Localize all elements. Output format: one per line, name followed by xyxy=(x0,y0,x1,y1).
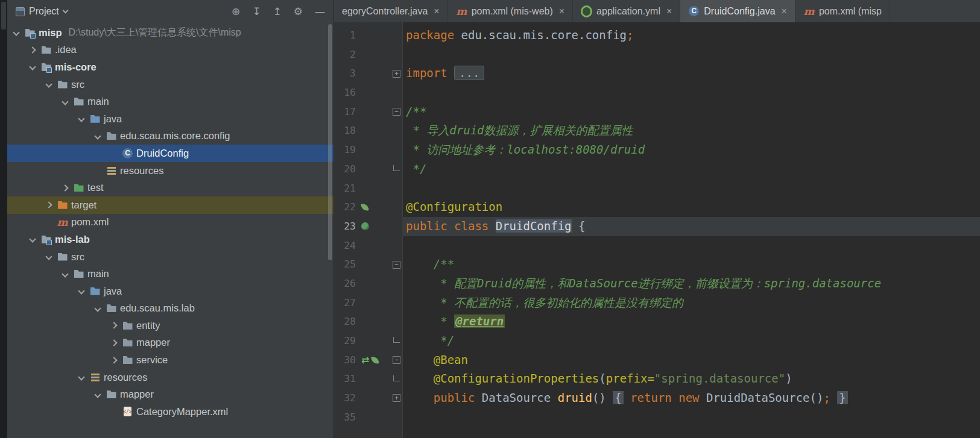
tree-item-idea[interactable]: .idea xyxy=(7,42,334,59)
project-tool-button[interactable] xyxy=(1,2,6,30)
collapse-all-icon[interactable]: ↥ xyxy=(273,7,282,17)
fold-end-icon[interactable] xyxy=(393,337,400,343)
code-text[interactable]: public DataSource druid() { return new D… xyxy=(402,389,980,408)
tree-item-mapper[interactable]: mapper xyxy=(7,386,334,403)
fold-end-icon[interactable] xyxy=(393,165,400,171)
code-line-31[interactable]: 31 @ConfigurationProperties(prefix="spri… xyxy=(334,369,980,389)
code-line-30[interactable]: 30⇄− @Bean xyxy=(334,351,980,370)
tree-item-java[interactable]: java xyxy=(7,110,334,128)
close-tab-icon[interactable]: × xyxy=(559,6,564,17)
code-text[interactable]: @Configuration xyxy=(402,198,980,217)
code-line-20[interactable]: 20 */ xyxy=(334,160,980,179)
tab-pom-xml-misp[interactable]: pom.xml (misp xyxy=(795,0,890,22)
code-line-16[interactable]: 16 xyxy=(334,83,980,102)
code-text[interactable]: */ xyxy=(402,331,980,351)
chevron-collapsed-icon[interactable] xyxy=(60,186,70,190)
tree-item-target[interactable]: target xyxy=(7,196,334,214)
code-line-22[interactable]: 22@Configuration xyxy=(334,198,980,217)
chevron-expanded-icon[interactable] xyxy=(76,375,86,380)
chevron-expanded-icon[interactable] xyxy=(92,306,103,311)
code-text[interactable]: @Bean xyxy=(402,351,980,370)
tree-item-service[interactable]: service xyxy=(7,351,334,369)
code-line-29[interactable]: 29 */ xyxy=(334,331,980,351)
code-line-1[interactable]: 1package edu.scau.mis.core.config; xyxy=(334,26,980,45)
code-text[interactable]: * @return xyxy=(402,312,980,331)
tree-item-edu-scau-mis-lab[interactable]: edu.scau.mis.lab xyxy=(7,300,334,318)
tree-item-src[interactable]: src xyxy=(7,76,334,93)
tree-item-pom-xml[interactable]: pom.xml xyxy=(7,214,334,231)
code-text[interactable] xyxy=(402,408,980,427)
chevron-collapsed-icon[interactable] xyxy=(109,358,119,363)
tree-item-mis-lab[interactable]: mis-lab xyxy=(7,231,334,248)
code-line-3[interactable]: 3+import ... xyxy=(334,64,980,83)
code-text[interactable] xyxy=(402,45,980,64)
code-line-26[interactable]: 26 * 配置Druid的属性，和DataSource进行绑定，前缀设置为：sp… xyxy=(334,274,980,293)
project-tree-scrollbar[interactable] xyxy=(328,24,332,260)
hide-panel-icon[interactable]: — xyxy=(315,7,325,17)
tree-item-mis-core[interactable]: mis-core xyxy=(7,58,334,76)
spring-bean-icon[interactable] xyxy=(361,222,369,230)
code-text[interactable]: package edu.scau.mis.core.config; xyxy=(402,26,980,45)
fold-collapse-icon[interactable]: − xyxy=(393,261,400,269)
locate-file-icon[interactable]: ⊕ xyxy=(232,7,240,17)
tree-item-java[interactable]: java xyxy=(7,283,334,300)
tree-item-druidconfig[interactable]: DruidConfig xyxy=(7,145,334,162)
code-line-19[interactable]: 19 * 访问地址参考：localhost:8080/druid xyxy=(334,140,980,160)
close-tab-icon[interactable]: × xyxy=(782,6,787,17)
close-tab-icon[interactable]: × xyxy=(666,6,672,17)
tree-item-test[interactable]: test xyxy=(7,179,334,196)
code-line-25[interactable]: 25− /** xyxy=(334,255,980,274)
code-text[interactable]: @ConfigurationProperties(prefix="spring.… xyxy=(402,369,980,389)
code-line-21[interactable]: 21 xyxy=(334,179,980,198)
code-text[interactable] xyxy=(402,236,980,255)
chevron-expanded-icon[interactable] xyxy=(27,237,37,242)
tree-item-mapper[interactable]: mapper xyxy=(7,334,334,352)
close-tab-icon[interactable]: × xyxy=(434,6,439,17)
chevron-collapsed-icon[interactable] xyxy=(27,48,37,52)
code-text[interactable]: * 不配置的话，很多初始化的属性是没有绑定的 xyxy=(402,293,980,313)
fold-collapse-icon[interactable]: − xyxy=(393,356,400,364)
code-text[interactable] xyxy=(402,179,980,198)
chevron-expanded-icon[interactable] xyxy=(92,134,103,139)
chevron-expanded-icon[interactable] xyxy=(92,392,103,397)
chevron-expanded-icon[interactable] xyxy=(11,30,21,35)
spring-leaf-icon[interactable] xyxy=(361,203,369,211)
code-line-28[interactable]: 28 * @return xyxy=(334,312,980,331)
tree-item-src[interactable]: src xyxy=(7,248,334,266)
chevron-expanded-icon[interactable] xyxy=(60,272,70,277)
fold-end-icon[interactable] xyxy=(393,375,400,381)
code-text[interactable]: */ xyxy=(402,160,980,179)
code-line-23[interactable]: 23public class DruidConfig { xyxy=(334,217,980,236)
code-text[interactable]: public class DruidConfig { xyxy=(402,217,980,236)
tree-item-edu-scau-mis-core-config[interactable]: edu.scau.mis.core.config xyxy=(7,128,334,145)
chevron-expanded-icon[interactable] xyxy=(76,289,86,293)
code-text[interactable]: * 配置Druid的属性，和DataSource进行绑定，前缀设置为：sprin… xyxy=(402,274,980,293)
chevron-expanded-icon[interactable] xyxy=(60,99,70,104)
scroll-to-source-icon[interactable]: ↧ xyxy=(252,7,261,17)
code-line-24[interactable]: 24 xyxy=(334,236,980,255)
tab-application-yml[interactable]: application.yml× xyxy=(573,0,680,22)
settings-gear-icon[interactable]: ⚙ xyxy=(294,7,303,17)
tree-item-resources[interactable]: resources xyxy=(7,369,334,386)
code-text[interactable]: /** xyxy=(402,102,980,122)
tree-item-main[interactable]: main xyxy=(7,93,334,110)
tab-pom-xml-mis-web[interactable]: pom.xml (mis-web)× xyxy=(448,0,573,22)
tab-egorycontroller-java[interactable]: egoryController.java× xyxy=(334,0,448,22)
project-view-selector[interactable]: Project xyxy=(16,6,68,17)
chevron-expanded-icon[interactable] xyxy=(27,64,37,69)
chevron-expanded-icon[interactable] xyxy=(43,254,54,259)
tree-item-categorymapper-xml[interactable]: CategoryMapper.xml xyxy=(7,403,334,421)
code-text[interactable]: * 访问地址参考：localhost:8080/druid xyxy=(402,140,980,160)
code-text[interactable]: /** xyxy=(402,255,980,274)
chevron-collapsed-icon[interactable] xyxy=(43,202,54,207)
tree-item-entity[interactable]: entity xyxy=(7,317,334,334)
tab-druidconfig-java[interactable]: DruidConfig.java× xyxy=(680,0,795,22)
code-text[interactable]: * 导入druid数据源，扩展相关的配置属性 xyxy=(402,121,980,140)
code-line-32[interactable]: 32+ public DataSource druid() { return n… xyxy=(334,389,980,408)
chevron-collapsed-icon[interactable] xyxy=(109,340,119,345)
code-line-17[interactable]: 17−/** xyxy=(334,102,980,122)
navigate-bean-icon[interactable]: ⇄ xyxy=(361,355,369,365)
chevron-expanded-icon[interactable] xyxy=(76,116,86,121)
spring-leaf-icon[interactable] xyxy=(371,356,380,364)
tree-item-resources[interactable]: resources xyxy=(7,162,334,180)
